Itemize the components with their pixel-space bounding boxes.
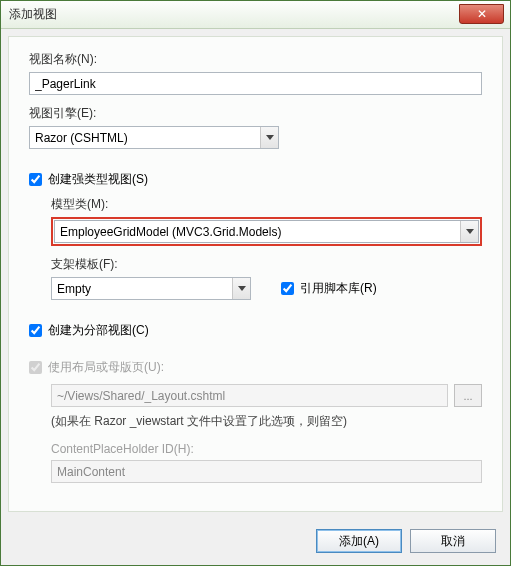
close-button[interactable]: ✕ [459, 4, 504, 24]
placeholder-id-input [51, 460, 482, 483]
model-class-label: 模型类(M): [51, 196, 482, 213]
dialog-title: 添加视图 [9, 6, 57, 23]
use-layout-label: 使用布局或母版页(U): [48, 359, 164, 376]
partial-view-label: 创建为分部视图(C) [48, 322, 149, 339]
view-name-label: 视图名称(N): [29, 51, 482, 68]
reference-scripts-checkbox[interactable] [281, 282, 294, 295]
dialog-buttons: 添加(A) 取消 [1, 519, 510, 565]
view-engine-label: 视图引擎(E): [29, 105, 482, 122]
reference-scripts-label: 引用脚本库(R) [300, 280, 377, 297]
use-layout-row: 使用布局或母版页(U): [29, 359, 482, 376]
cancel-button[interactable]: 取消 [410, 529, 496, 553]
model-class-select[interactable] [54, 220, 479, 243]
scaffold-template-label: 支架模板(F): [51, 256, 482, 273]
view-name-input[interactable] [29, 72, 482, 95]
strongly-typed-checkbox[interactable] [29, 173, 42, 186]
strongly-typed-row: 创建强类型视图(S) [29, 171, 482, 188]
use-layout-checkbox [29, 361, 42, 374]
add-view-dialog: 添加视图 ✕ 视图名称(N): 视图引擎(E): 创建强类型视图(S) 模型类(… [0, 0, 511, 566]
close-icon: ✕ [477, 7, 487, 21]
placeholder-id-label: ContentPlaceHolder ID(H): [51, 442, 482, 456]
layout-path-input [51, 384, 448, 407]
view-engine-select[interactable] [29, 126, 279, 149]
partial-view-row: 创建为分部视图(C) [29, 322, 482, 339]
partial-view-checkbox[interactable] [29, 324, 42, 337]
scaffold-template-select[interactable] [51, 277, 251, 300]
add-button[interactable]: 添加(A) [316, 529, 402, 553]
layout-hint: (如果在 Razor _viewstart 文件中设置了此选项，则留空) [51, 413, 482, 430]
titlebar: 添加视图 ✕ [1, 1, 510, 29]
model-class-highlight [51, 217, 482, 246]
strongly-typed-label: 创建强类型视图(S) [48, 171, 148, 188]
browse-button: ... [454, 384, 482, 407]
dialog-body: 视图名称(N): 视图引擎(E): 创建强类型视图(S) 模型类(M): [8, 36, 503, 512]
